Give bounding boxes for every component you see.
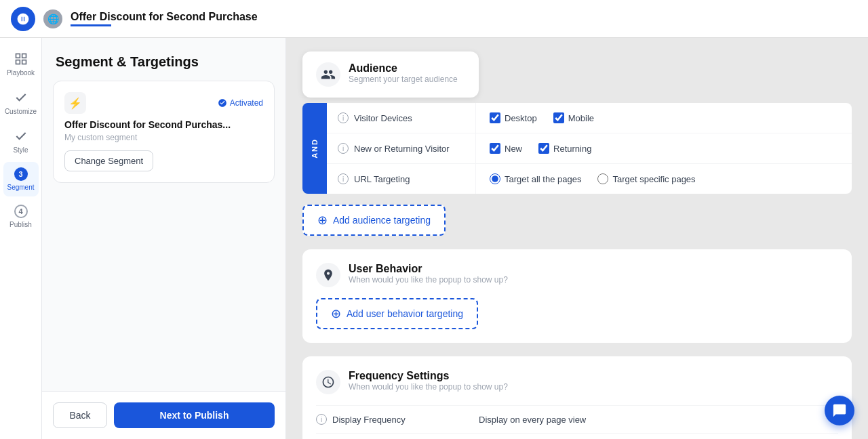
- mobile-checkbox[interactable]: [553, 112, 564, 123]
- frequency-settings-section: Frequency Settings When would you like t…: [302, 356, 852, 439]
- url-options: Target all the pages Target specific pag…: [476, 164, 852, 194]
- user-behavior-sub: When would you like the popup to show up…: [349, 275, 508, 285]
- activated-text: Activated: [230, 98, 263, 108]
- target-specific-label: Target specific pages: [612, 174, 695, 184]
- sidebar-label-customize: Customize: [5, 108, 37, 115]
- segment-card: ⚡ Activated Offer Discount for Second Pu…: [53, 81, 275, 183]
- display-frequency-label: Display Frequency: [332, 415, 406, 425]
- target-all-radio[interactable]: [490, 173, 500, 184]
- left-panel-footer: Back Next to Publish: [42, 391, 285, 439]
- title-underline: [71, 24, 111, 26]
- plus-circle-icon: ⊕: [317, 213, 328, 228]
- segment-card-title: Offer Discount for Second Purchas...: [64, 119, 263, 130]
- activated-badge: Activated: [218, 98, 263, 108]
- user-behavior-icon: [316, 263, 340, 287]
- target-all-label: Target all the pages: [505, 174, 581, 184]
- target-all-radio-item[interactable]: Target all the pages: [490, 173, 581, 184]
- mobile-label: Mobile: [568, 113, 594, 123]
- new-checkbox[interactable]: [490, 143, 500, 154]
- segment-badge: 3: [14, 167, 28, 181]
- chat-icon: [832, 403, 847, 418]
- url-info-icon[interactable]: i: [338, 173, 349, 184]
- desktop-label: Desktop: [505, 113, 537, 123]
- target-specific-radio-item[interactable]: Target specific pages: [597, 173, 695, 184]
- frequency-icon: [316, 370, 340, 394]
- and-label: AND: [311, 138, 319, 159]
- globe-icon: 🌐: [43, 9, 62, 28]
- left-panel: Segment & Targetings ⚡ Activated Offer D…: [42, 38, 286, 439]
- left-panel-header: Segment & Targetings: [42, 38, 285, 81]
- sidebar-item-publish[interactable]: 4 Publish: [3, 199, 39, 234]
- new-label: New: [505, 144, 522, 154]
- app-logo[interactable]: [11, 7, 35, 31]
- svg-rect-4: [22, 60, 26, 64]
- returning-label: Returning: [553, 144, 591, 154]
- desktop-checkbox[interactable]: [490, 112, 500, 123]
- sidebar-label-segment: Segment: [7, 184, 34, 191]
- frequency-title: Frequency Settings: [349, 370, 508, 382]
- visitor-devices-info-icon[interactable]: i: [338, 112, 349, 123]
- add-behavior-label: Add user behavior targeting: [347, 308, 463, 319]
- audience-title: Audience: [349, 62, 458, 75]
- display-frequency-value-col[interactable]: Display on every page view ▾: [479, 415, 838, 425]
- and-label-bar: AND: [302, 103, 327, 194]
- sidebar-label-style: Style: [13, 146, 28, 154]
- change-segment-button[interactable]: Change Segment: [64, 150, 153, 171]
- main-layout: Playbook Customize Style 3 Segment 4 Pub…: [0, 38, 868, 439]
- sidebar-label-playbook: Playbook: [7, 69, 35, 77]
- grid-icon: [14, 51, 28, 66]
- check-circle-icon: [218, 98, 227, 108]
- svg-rect-3: [16, 60, 20, 64]
- audience-text: Audience Segment your target audience: [349, 62, 458, 84]
- new-returning-label: New or Returning Visitor: [354, 144, 450, 154]
- segment-card-header: ⚡ Activated: [64, 92, 263, 114]
- check-style-icon: [14, 129, 28, 144]
- targeting-row-visitor-devices: i Visitor Devices Desktop Mobile: [327, 103, 852, 133]
- visitor-devices-label-col: i Visitor Devices: [327, 103, 476, 133]
- segment-card-sub: My custom segment: [64, 133, 263, 142]
- stop-displaying-row: i Stop Displaying After User Action Neve…: [316, 433, 838, 439]
- sidebar-item-customize[interactable]: Customize: [3, 85, 39, 121]
- targeting-rows: i Visitor Devices Desktop Mobile: [327, 103, 852, 194]
- audience-sub: Segment your target audience: [349, 75, 458, 84]
- add-audience-label: Add audience targeting: [333, 215, 431, 226]
- target-specific-radio[interactable]: [597, 173, 608, 184]
- display-frequency-label-col: i Display Frequency: [316, 414, 479, 425]
- user-behavior-title: User Behavior: [349, 263, 508, 275]
- svg-rect-2: [22, 54, 26, 58]
- new-returning-info-icon[interactable]: i: [338, 143, 349, 154]
- new-returning-label-col: i New or Returning Visitor: [327, 133, 476, 163]
- display-frequency-row: i Display Frequency Display on every pag…: [316, 405, 838, 433]
- sidebar-item-style[interactable]: Style: [3, 123, 39, 159]
- segment-lightning-icon: ⚡: [64, 92, 86, 114]
- add-user-behavior-button[interactable]: ⊕ Add user behavior targeting: [316, 298, 478, 329]
- sidebar-label-publish: Publish: [9, 221, 32, 228]
- mobile-checkbox-item[interactable]: Mobile: [553, 112, 594, 123]
- url-label: URL Targeting: [354, 174, 410, 184]
- frequency-sub: When would you like the popup to show up…: [349, 382, 508, 392]
- add-audience-targeting-button[interactable]: ⊕ Add audience targeting: [302, 205, 446, 236]
- check-customize-icon: [14, 90, 28, 105]
- plus-circle-behavior-icon: ⊕: [331, 306, 341, 321]
- display-frequency-value: Display on every page view: [479, 415, 586, 425]
- visitor-devices-options: Desktop Mobile: [476, 103, 852, 133]
- display-freq-info-icon[interactable]: i: [316, 414, 327, 425]
- next-to-publish-button[interactable]: Next to Publish: [114, 402, 275, 428]
- targeting-row-url: i URL Targeting Target all the pages Tar…: [327, 164, 852, 194]
- frequency-header: Frequency Settings When would you like t…: [316, 370, 838, 394]
- audience-icon: [316, 62, 340, 87]
- url-label-col: i URL Targeting: [327, 164, 476, 194]
- sidebar: Playbook Customize Style 3 Segment 4 Pub…: [0, 38, 42, 439]
- chat-bubble-button[interactable]: [825, 396, 854, 425]
- publish-badge: 4: [14, 205, 28, 218]
- sidebar-item-segment[interactable]: 3 Segment: [3, 162, 39, 196]
- new-checkbox-item[interactable]: New: [490, 143, 522, 154]
- campaign-title: Offer Discount for Second Purchase: [71, 11, 258, 23]
- right-panel: Audience Segment your target audience AN…: [286, 38, 868, 439]
- returning-checkbox[interactable]: [538, 143, 549, 154]
- desktop-checkbox-item[interactable]: Desktop: [490, 112, 537, 123]
- user-behavior-header: User Behavior When would you like the po…: [316, 263, 838, 287]
- back-button[interactable]: Back: [53, 402, 107, 428]
- returning-checkbox-item[interactable]: Returning: [538, 143, 591, 154]
- sidebar-item-playbook[interactable]: Playbook: [3, 46, 39, 82]
